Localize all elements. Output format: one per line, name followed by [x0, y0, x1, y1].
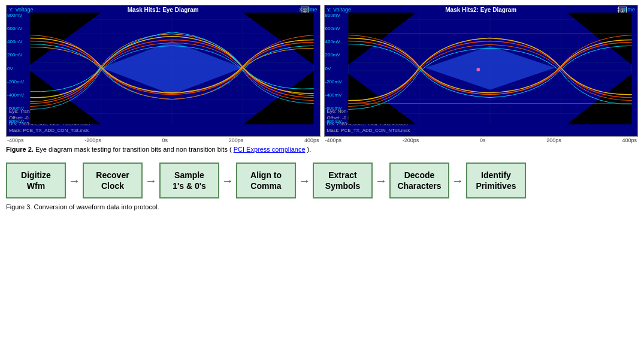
scope2-x-tick-3: 0s	[480, 137, 486, 143]
flow-arrow-5: →	[373, 174, 389, 188]
flow-row: DigitizeWfm → RecoverClock → Sample1's &…	[6, 160, 638, 201]
main-container: Y: Voltage Mask Hits1: Eye Diagram X: Ti…	[0, 0, 644, 215]
scope2-y-label: Y: Voltage	[327, 7, 352, 13]
flow-arrow-2: →	[143, 174, 159, 188]
flow-box-extract: ExtractSymbols	[313, 163, 373, 198]
scope1-title: Mask Hits1: Eye Diagram	[128, 7, 199, 13]
diagrams-row: Y: Voltage Mask Hits1: Eye Diagram X: Ti…	[6, 5, 638, 143]
flow-arrow-1: →	[66, 174, 83, 188]
flow-arrow-6: →	[449, 174, 466, 188]
flow-box-digitize: DigitizeWfm	[6, 163, 66, 198]
scope2-x-tick-5: 400ps	[622, 137, 637, 143]
scope2-x-tick-1: -400ps	[325, 137, 342, 143]
flow-box-sample: Sample1's & 0's	[159, 163, 219, 198]
scope1-x-label: X: Time	[299, 7, 318, 13]
figure2-label: Figure 2.	[6, 146, 34, 153]
flow-arrow-3: →	[219, 174, 236, 188]
scope1-x-tick-5: 400ps	[304, 137, 319, 143]
figure3-label: Figure 3.	[6, 203, 32, 210]
figure2-caption: Figure 2. Eye diagram mask testing for t…	[6, 146, 638, 153]
svg-marker-33	[567, 13, 631, 65]
scope1-x-tick-3: 0s	[162, 137, 168, 143]
scope2-wrapper: Y: Voltage Mask Hits2: Eye Diagram X: Ti…	[324, 5, 639, 143]
flow-box-decode: DecodeCharacters	[389, 163, 449, 198]
scope1-x-tick-2: -200ps	[84, 137, 101, 143]
flow-section: DigitizeWfm → RecoverClock → Sample1's &…	[6, 160, 638, 201]
svg-marker-32	[348, 74, 416, 124]
scope1-x-tick-1: -400ps	[7, 137, 24, 143]
svg-point-36	[476, 68, 480, 71]
scope2-x-tick-2: -200ps	[403, 137, 419, 143]
scope2-x-tick-4: 200ps	[546, 137, 561, 143]
scope1-wrapper: Y: Voltage Mask Hits1: Eye Diagram X: Ti…	[6, 5, 321, 143]
flow-arrow-4: →	[296, 174, 313, 188]
scope2-x-label: X: Time	[616, 7, 635, 13]
scope2-eye-svg	[325, 5, 638, 136]
flow-box-identify: IdentifyPrimitives	[466, 163, 526, 198]
scope1-header: Y: Voltage Mask Hits1: Eye Diagram X: Ti…	[7, 7, 320, 13]
scope1-x-axis: -400ps -200ps 0s 200ps 400ps	[6, 137, 321, 143]
scope2-x-axis: -400ps -200ps 0s 200ps 400ps	[324, 137, 639, 143]
svg-marker-35	[425, 46, 555, 89]
scope2-title: Mask Hits2: Eye Diagram	[445, 7, 516, 13]
scope2-screen: Y: Voltage Mask Hits2: Eye Diagram X: Ti…	[324, 5, 639, 137]
scope2-header: Y: Voltage Mask Hits2: Eye Diagram X: Ti…	[325, 7, 638, 13]
figure3-caption-text: Conversion of waveform data into protoco…	[34, 203, 159, 210]
scope1-eye-svg	[7, 5, 320, 136]
scope1-screen: Y: Voltage Mask Hits1: Eye Diagram X: Ti…	[6, 5, 321, 137]
scope1-x-tick-4: 200ps	[229, 137, 244, 143]
flow-box-align: Align toComma	[236, 163, 296, 198]
figure2-caption-text: Eye diagram mask testing for transition …	[35, 146, 232, 153]
flow-box-recover-clock: RecoverClock	[83, 163, 143, 198]
figure2-caption-link[interactable]: PCI Express compliance	[234, 146, 306, 153]
figure3-caption: Figure 3. Conversion of waveform data in…	[6, 203, 638, 210]
figure2-caption-end: ).	[307, 146, 312, 153]
scope1-y-label: Y: Voltage	[9, 7, 34, 13]
